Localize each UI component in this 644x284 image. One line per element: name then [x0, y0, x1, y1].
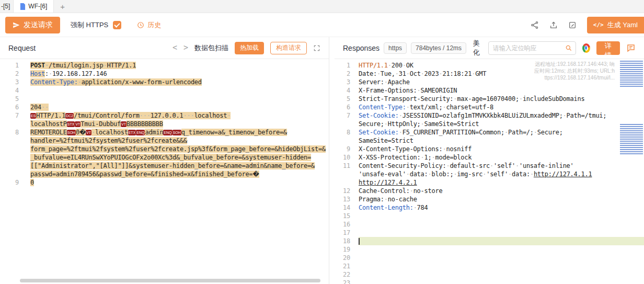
line-number: 21	[335, 262, 350, 270]
fuzzer-toolbar: 发送请求 强制 HTTPS 历史 </> 生成 Yaml	[0, 13, 644, 37]
line-content: 0	[30, 178, 329, 187]
construct-request-button[interactable]: 构造请求	[270, 42, 307, 54]
request-line[interactable]: handler=%2ftmui%2fsystem%2fuser%2fcreate…	[0, 137, 329, 145]
response-line[interactable]: 19	[335, 245, 644, 254]
line-content: ESHTTP/1.1DC2/tmui/Control/form···127.0.…	[30, 111, 329, 120]
line-number: 5	[0, 95, 19, 103]
response-line[interactable]: 14Content-Length:·784	[335, 203, 644, 212]
line-number	[335, 178, 350, 187]
tab-wf5[interactable]: -[5]	[0, 0, 13, 13]
response-line[interactable]: 6Content-Type:·text/xml;·charset=utf-8	[335, 103, 644, 111]
request-title: Request	[8, 44, 36, 52]
response-line[interactable]: 21	[335, 262, 644, 270]
line-content: Content-Security-Policy:·default-src·'se…	[359, 162, 644, 170]
response-line[interactable]: 7Set-Cookie:·JSESSIONID=ozlafg1mTMVKXkbk…	[335, 111, 644, 120]
chevron-right-icon[interactable]: >	[183, 44, 188, 52]
response-line[interactable]: 13Pragma:·no-cache	[335, 195, 644, 203]
fullscreen-icon[interactable]	[313, 44, 320, 52]
line-content	[359, 254, 644, 262]
details-button[interactable]: 详情	[596, 41, 620, 55]
request-line[interactable]: localhostPSTXVTTmui-DubbufVTBBBBBBBBBB	[0, 120, 329, 128]
request-line[interactable]: 4	[0, 86, 329, 95]
line-content	[30, 86, 329, 95]
response-line[interactable]: 'unsafe-eval'·data:·blob:;·img-src·'self…	[335, 170, 644, 178]
response-line[interactable]: 9X-Content-Type-Options:·nosniff	[335, 145, 644, 153]
line-number: 3	[335, 78, 350, 86]
packet-scan-button[interactable]: 数据包扫描	[194, 43, 228, 53]
request-line[interactable]: [["Administrator","[All]"]]&systemuser-h…	[0, 162, 329, 170]
export-icon[interactable]	[549, 21, 558, 29]
tab-wf6[interactable]: WF-[6]	[13, 0, 54, 13]
response-line[interactable]: 22	[335, 270, 644, 279]
line-content: POST·/tmui/login.jsp·HTTP/1.1	[30, 61, 329, 70]
locate-response-searchbox	[488, 41, 576, 55]
request-line[interactable]: 90	[0, 178, 329, 187]
response-line[interactable]: 17	[335, 229, 644, 237]
request-hscrollbar[interactable]	[20, 279, 320, 282]
beautify-button[interactable]: 美化	[470, 39, 482, 58]
share-icon[interactable]	[531, 21, 539, 29]
line-number: 5	[335, 95, 350, 103]
response-line[interactable]: 20	[335, 254, 644, 262]
hot-reload-button[interactable]: 热加载	[235, 42, 264, 54]
response-panel: Responses https 784bytes / 12ms 美化 详情	[335, 37, 644, 284]
line-content: Set-Cookie:·F5_CURRENT_PARTITION=Common;…	[359, 128, 644, 137]
response-line[interactable]: 18	[335, 237, 644, 245]
add-tab-button[interactable]: +	[54, 0, 71, 13]
response-line[interactable]: 11Content-Security-Policy:·default-src·'…	[335, 162, 644, 170]
send-request-button[interactable]: 发送请求	[5, 17, 60, 33]
annotation-icon[interactable]	[626, 43, 636, 53]
chevron-left-icon[interactable]: <	[172, 44, 177, 52]
line-content: http://127.4.2.1	[359, 178, 644, 187]
webfuzzer-window: -[5] WF-[6] + 发送请求 强制 HTTPS 历史	[0, 0, 644, 284]
tab-bar: -[5] WF-[6] +	[0, 0, 644, 13]
request-line[interactable]: 1POST·/tmui/login.jsp·HTTP/1.1	[0, 61, 329, 70]
line-content: Content-Type:·text/xml;·charset=utf-8	[359, 103, 644, 111]
open-in-chrome-icon[interactable]	[582, 43, 590, 53]
line-number: 12	[335, 187, 350, 195]
response-line[interactable]: 8Set-Cookie:·F5_CURRENT_PARTITION=Common…	[335, 128, 644, 137]
line-number: 17	[335, 229, 350, 237]
response-line[interactable]: 23	[335, 279, 644, 284]
line-content: localhostPSTXVTTmui-DubbufVTBBBBBBBBBB	[30, 120, 329, 128]
request-line[interactable]: 5	[0, 95, 329, 103]
line-content: handler=%2ftmui%2fsystem%2fuser%2fcreate…	[30, 137, 329, 145]
locate-response-input[interactable]	[489, 44, 562, 52]
line-number	[0, 145, 19, 153]
response-line[interactable]: 16	[335, 220, 644, 229]
response-line[interactable]: http://127.4.2.1	[335, 178, 644, 187]
request-line[interactable]: form_page=%2ftmui%2fsystem%2fuser%2fcrea…	[0, 145, 329, 153]
search-icon[interactable]	[562, 42, 576, 54]
request-panel: Request < > 数据包扫描 热加载 构造请求 1POST·/tmui/l…	[0, 37, 329, 284]
response-line[interactable]: 4X-Frame-Options:·SAMEORIGIN	[335, 86, 644, 95]
line-content: Secure;·HttpOnly;·SameSite=Strict	[359, 120, 644, 128]
force-https-label: 强制 HTTPS	[71, 20, 108, 30]
request-line[interactable]: 2Host:·192.168.127.146	[0, 70, 329, 78]
request-line[interactable]: _bufvalue=eIL4RUnSwXYoPUIOGcOFx2o00Xc%3d…	[0, 153, 329, 162]
request-line[interactable]: 6204··	[0, 103, 329, 111]
request-line[interactable]: 3Content-Type:·application/x-www-form-ur…	[0, 78, 329, 86]
edit-icon[interactable]	[568, 21, 577, 29]
response-line[interactable]: SameSite=Strict	[335, 137, 644, 145]
response-editor[interactable]: 1HTTP/1.1·200·OK2Date:·Tue,·31·Oct·2023·…	[335, 59, 644, 284]
response-line[interactable]: Secure;·HttpOnly;·SameSite=Strict	[335, 120, 644, 128]
line-number: 13	[335, 195, 350, 203]
line-number	[0, 137, 19, 145]
line-number: 3	[0, 78, 19, 86]
response-line[interactable]: 15	[335, 212, 644, 220]
line-content: Set-Cookie:·JSESSIONID=ozlafg1mTMVKXkbk4…	[359, 111, 644, 120]
request-line[interactable]: passwd=admin789456&passwd_before=&finish…	[0, 170, 329, 178]
history-button[interactable]: 历史	[137, 20, 161, 30]
request-editor[interactable]: 1POST·/tmui/login.jsp·HTTP/1.12Host:·192…	[0, 59, 329, 284]
response-line[interactable]: 10X-XSS-Protection:·1;·mode=block	[335, 153, 644, 162]
request-line[interactable]: 7ESHTTP/1.1DC2/tmui/Control/form···127.0…	[0, 111, 329, 120]
file-icon	[20, 3, 26, 10]
line-content: 'unsafe-eval'·data:·blob:;·img-src·'self…	[359, 170, 644, 178]
response-line[interactable]: 12Cache-Control:·no-store	[335, 187, 644, 195]
line-content: Host:·192.168.127.146	[30, 70, 329, 78]
minimap[interactable]	[619, 59, 644, 284]
generate-yaml-button[interactable]: </> 生成 Yaml	[587, 17, 644, 33]
request-line[interactable]: 8REMOTEROLESOH0�VT·localhostETXENQadminE…	[0, 128, 329, 137]
force-https-checkbox[interactable]	[113, 21, 121, 29]
response-line[interactable]: 5Strict-Transport-Security:·max-age=1607…	[335, 95, 644, 103]
